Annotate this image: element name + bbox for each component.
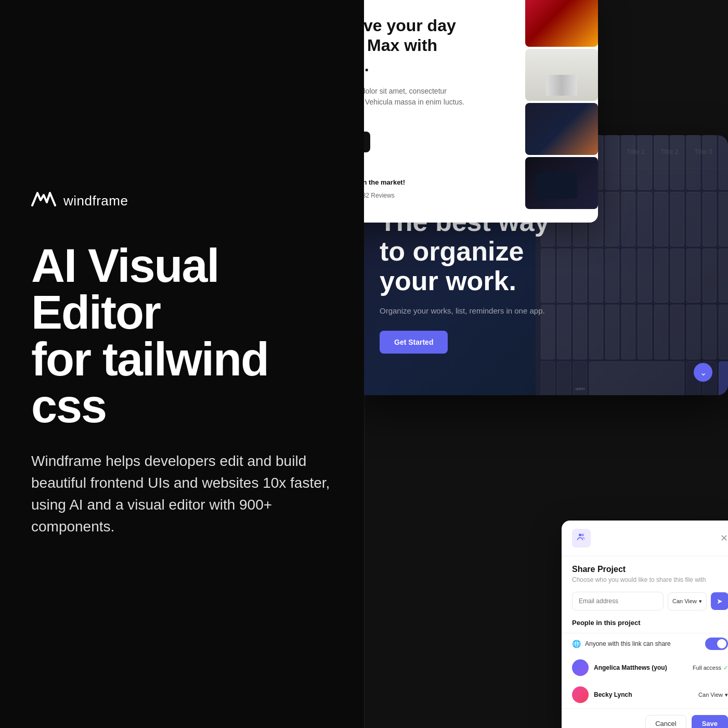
person-avatar-1 (572, 659, 589, 676)
loop-chevron-button[interactable]: ⌄ (694, 363, 712, 382)
chevron-down-icon: ▾ (725, 692, 728, 698)
person2-access-label: Can View (698, 692, 723, 698)
music-image-4 (525, 157, 598, 209)
hero-heading-line2: for tailwind css (31, 333, 268, 432)
music-card-desc: Lorem ipsum dolor sit amet, consectetur … (364, 86, 473, 119)
share-close-button[interactable]: ✕ (720, 532, 728, 544)
person-avatar-2 (572, 686, 589, 703)
music-image-1 (525, 0, 598, 47)
loop-sub: Organize your works, list, reminders in … (380, 306, 546, 315)
access-check-icon: ✓ (723, 665, 728, 671)
svg-point-1 (581, 534, 584, 536)
music-card: Improve your day to the Max with Music. … (364, 0, 598, 223)
person2-name: Becky Lynch (594, 691, 693, 698)
music-image-3 (525, 103, 598, 155)
share-link-text: Anyone with this link can share (585, 640, 671, 647)
logo-area: windframe (31, 191, 333, 211)
loop-get-started-button[interactable]: Get Started (380, 331, 448, 354)
share-title: Share Project (562, 556, 728, 576)
share-save-button[interactable]: Save (692, 715, 728, 728)
music-image-2 (525, 49, 598, 101)
music-images (525, 0, 598, 209)
share-person-row-2: Becky Lynch Can View ▾ (562, 681, 728, 708)
share-link-row: 🌐 Anyone with this link can share (562, 633, 728, 654)
person2-access[interactable]: Can View ▾ (698, 692, 728, 698)
share-input-row: Can View ▾ ➤ (572, 592, 728, 610)
person1-name: Angelica Matthews (you) (594, 664, 687, 671)
share-header: ✕ (562, 521, 728, 556)
svg-point-0 (579, 534, 581, 536)
person1-access: Full access ✓ (693, 665, 728, 671)
review-count: 4,532 Reviews (364, 192, 395, 199)
globe-icon: 🌐 (572, 640, 581, 648)
hero-heading-line1: AI Visual Editor (31, 240, 219, 339)
windframe-logo-text: windframe (63, 193, 128, 209)
share-send-button[interactable]: ➤ (711, 592, 728, 610)
share-email-input[interactable] (572, 592, 664, 610)
share-people-title: People in this project (562, 619, 728, 633)
permission-label: Can View (672, 598, 697, 604)
chevron-down-icon: ▾ (699, 598, 702, 605)
share-people-icon (576, 532, 587, 545)
share-link-toggle[interactable] (705, 638, 728, 650)
chevron-down-icon: ⌄ (700, 368, 707, 378)
share-icon-container (572, 529, 591, 548)
share-cancel-button[interactable]: Cancel (645, 715, 686, 728)
share-link-label: 🌐 Anyone with this link can share (572, 640, 671, 648)
share-subtitle: Choose who you would like to share this … (562, 576, 728, 592)
left-panel: windframe AI Visual Editor for tailwind … (0, 0, 364, 728)
music-try-button[interactable]: Try it out (364, 132, 370, 152)
send-icon: ➤ (717, 597, 723, 605)
person1-access-label: Full access (693, 665, 721, 671)
windframe-logo-icon (31, 191, 58, 211)
share-footer: Cancel Save (562, 708, 728, 728)
music-card-title: Improve your day to the Max with Music. (364, 16, 473, 75)
share-project-card: ✕ Share Project Choose who you would lik… (562, 521, 728, 728)
hero-description: Windframe helps developers edit and buil… (31, 450, 333, 538)
share-permission-dropdown[interactable]: Can View ▾ (668, 592, 707, 610)
hero-heading: AI Visual Editor for tailwind css (31, 242, 333, 430)
right-panel: Improve your day to the Max with Music. … (364, 0, 728, 728)
share-person-row-1: Angelica Matthews (you) Full access ✓ (562, 654, 728, 681)
